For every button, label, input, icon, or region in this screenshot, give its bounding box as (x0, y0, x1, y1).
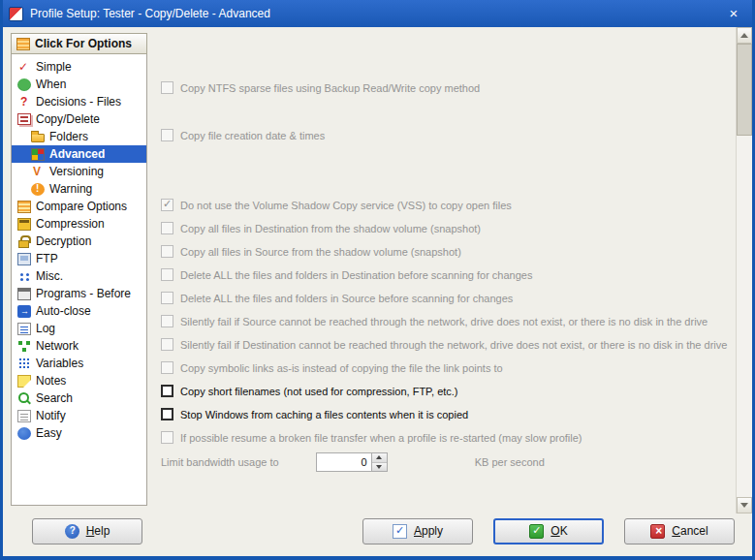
sidebar-item-label: Compare Options (36, 200, 127, 213)
checkbox-row[interactable]: Silently fail if Source cannot be reache… (161, 313, 729, 329)
checkbox[interactable] (161, 385, 173, 397)
sidebar-item-simple[interactable]: Simple (12, 58, 146, 76)
sidebar-item-folders[interactable]: Folders (12, 128, 146, 145)
checkbox-label: Do not use the Volume Shadow Copy servic… (180, 200, 512, 211)
sidebar-item-when[interactable]: When (12, 76, 146, 93)
spinner-down-icon[interactable] (372, 463, 387, 472)
sidebar-item-copy-delete[interactable]: Copy/Delete (12, 110, 146, 128)
checkbox[interactable] (161, 315, 173, 327)
sidebar-item-compression[interactable]: Compression (12, 215, 146, 233)
sidebar-item-versioning[interactable]: Versioning (12, 163, 146, 180)
checkbox[interactable] (161, 245, 173, 258)
copy-delete-icon (17, 113, 31, 125)
dialog-footer: Help Apply OK Cancel (3, 513, 752, 556)
window-title: Profile Setup: Tester - Copy/Delete - Ad… (30, 7, 721, 20)
programs-before-icon (17, 288, 31, 300)
sidebar-item-programs-before[interactable]: Programs - Before (12, 285, 146, 302)
sidebar-item-label: Notes (36, 374, 66, 388)
checkbox-row[interactable]: Delete ALL the files and folders in Dest… (161, 266, 729, 283)
checkbox-row[interactable]: Silently fail if Destination cannot be r… (161, 336, 729, 353)
sidebar-item-ftp[interactable]: FTP (12, 250, 146, 267)
app-icon (9, 7, 23, 21)
sidebar-item-decryption[interactable]: Decryption (12, 233, 146, 250)
search-icon (17, 392, 31, 405)
help-button[interactable]: Help (32, 518, 142, 544)
profile-setup-dialog: Profile Setup: Tester - Copy/Delete - Ad… (0, 0, 755, 560)
sidebar-item-notify[interactable]: Notify (12, 407, 146, 424)
bandwidth-row: Limit bandwidth usage to KB per second (161, 452, 729, 472)
checkbox[interactable] (161, 222, 173, 234)
ok-button[interactable]: OK (493, 518, 604, 544)
decisions-files-icon (17, 96, 31, 109)
scroll-up-icon[interactable] (737, 27, 752, 44)
sidebar-item-search[interactable]: Search (12, 389, 146, 407)
sidebar-item-variables[interactable]: Variables (12, 355, 146, 372)
checkbox[interactable] (161, 199, 173, 211)
sidebar-item-compare-options[interactable]: Compare Options (12, 198, 146, 215)
sidebar-item-label: Folders (49, 130, 88, 143)
checkbox-label: Stop Windows from caching a files conten… (180, 409, 468, 420)
options-sidebar: Click For Options Simple When Decisions … (11, 33, 147, 506)
checkbox[interactable] (161, 268, 173, 281)
checkbox-row[interactable]: Stop Windows from caching a files conten… (161, 406, 729, 422)
ftp-icon (17, 253, 31, 265)
scroll-down-icon[interactable] (737, 497, 752, 513)
sidebar-item-label: When (36, 78, 66, 91)
checkbox-label: Silently fail if Destination cannot be r… (180, 339, 727, 351)
sidebar-item-label: Decisions - Files (36, 95, 121, 109)
sidebar-item-log[interactable]: Log (12, 320, 146, 337)
sidebar-item-misc[interactable]: Misc. (12, 267, 146, 285)
network-icon (17, 340, 31, 353)
checkbox-label: Delete ALL the files and folders in Dest… (180, 269, 532, 281)
auto-close-icon (17, 305, 31, 318)
dialog-body: Click For Options Simple When Decisions … (3, 27, 752, 513)
checkbox[interactable] (161, 431, 173, 444)
checkbox[interactable] (161, 361, 173, 374)
checkbox-row[interactable]: If possible resume a broken file transfe… (161, 429, 729, 446)
sidebar-item-decisions-files[interactable]: Decisions - Files (12, 93, 146, 110)
checkbox-row[interactable]: Copy short filenames (not used for compr… (161, 383, 729, 399)
sidebar-item-easy[interactable]: Easy (12, 424, 146, 442)
checkbox-row[interactable]: Copy all files in Destination from the s… (161, 220, 729, 236)
apply-button[interactable]: Apply (362, 518, 473, 544)
apply-label: Apply (414, 524, 443, 538)
checkbox-label: Copy all files in Destination from the s… (180, 223, 481, 234)
sidebar-item-label: Compression (36, 217, 105, 231)
vertical-scrollbar[interactable] (736, 27, 752, 513)
checkbox-row[interactable]: Delete ALL the files and folders in Sour… (161, 290, 729, 306)
bandwidth-input[interactable] (317, 453, 371, 471)
sidebar-item-label: Search (36, 391, 73, 405)
checkbox-label: Copy symbolic links as-is instead of cop… (180, 362, 503, 374)
checkbox[interactable] (161, 408, 173, 420)
checkbox[interactable] (161, 292, 173, 304)
spinner-up-icon[interactable] (372, 453, 387, 463)
sidebar-item-advanced[interactable]: Advanced (12, 145, 146, 163)
warning-icon (31, 183, 45, 196)
checkbox-row[interactable]: Copy all files in Source from the shadow… (161, 243, 729, 260)
bandwidth-label: Limit bandwidth usage to (161, 456, 279, 468)
cancel-button[interactable]: Cancel (624, 518, 735, 544)
checkbox-label: Silently fail if Source cannot be reache… (180, 316, 708, 327)
checkbox[interactable] (161, 338, 173, 351)
scrollbar-thumb[interactable] (737, 44, 752, 136)
when-icon (17, 78, 31, 91)
close-icon[interactable]: × (721, 1, 746, 26)
sidebar-item-network[interactable]: Network (12, 337, 146, 355)
sidebar-item-label: Variables (36, 357, 83, 370)
sidebar-item-warning[interactable]: Warning (12, 180, 146, 198)
sidebar-item-label: Versioning (49, 165, 104, 178)
sidebar-item-notes[interactable]: Notes (12, 372, 146, 389)
checkbox-label: Copy file creation date & times (180, 130, 325, 141)
checkbox-row[interactable]: Copy symbolic links as-is instead of cop… (161, 359, 729, 376)
sidebar-item-label: Misc. (36, 269, 63, 283)
sidebar-item-label: FTP (36, 252, 58, 265)
sidebar-item-auto-close[interactable]: Auto-close (12, 302, 146, 320)
checkbox[interactable] (161, 129, 173, 141)
checkbox-row[interactable]: Copy file creation date & times (161, 127, 729, 143)
checkbox-row[interactable]: Copy NTFS sparse files using Backup Read… (161, 79, 729, 96)
folders-icon (31, 134, 45, 142)
decryption-icon (17, 235, 31, 248)
checkbox-row[interactable]: Do not use the Volume Shadow Copy servic… (161, 197, 729, 213)
checkbox[interactable] (161, 81, 173, 94)
simple-icon (17, 61, 31, 74)
